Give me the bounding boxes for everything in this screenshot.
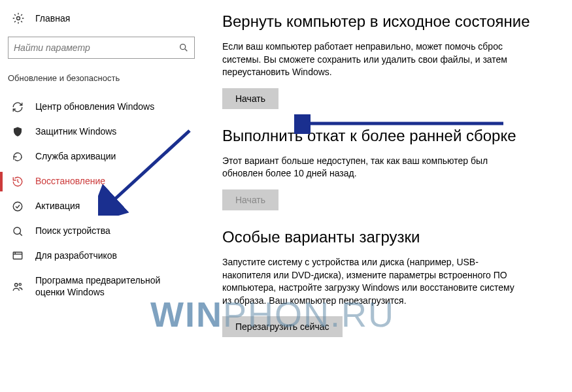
sidebar-item-update[interactable]: Центр обновления Windows bbox=[0, 95, 203, 120]
section-reset: Вернуть компьютер в исходное состояние Е… bbox=[222, 12, 556, 109]
sidebar-item-find-device[interactable]: Поиск устройства bbox=[0, 219, 203, 244]
svg-rect-6 bbox=[13, 252, 22, 259]
home-link[interactable]: Главная bbox=[0, 8, 203, 29]
category-label: Обновление и безопасность bbox=[0, 71, 203, 95]
home-label: Главная bbox=[35, 13, 70, 24]
sidebar-item-label: Поиск устройства bbox=[35, 225, 110, 237]
search-input[interactable] bbox=[14, 42, 178, 53]
reset-title: Вернуть компьютер в исходное состояние bbox=[222, 12, 556, 31]
search-box[interactable] bbox=[8, 37, 195, 59]
shield-icon bbox=[12, 126, 24, 138]
sync-icon bbox=[12, 101, 24, 113]
restart-now-button[interactable]: Перезагрузить сейчас bbox=[222, 316, 343, 337]
reset-button[interactable]: Начать bbox=[222, 88, 278, 109]
rollback-button: Начать bbox=[222, 189, 278, 210]
people-icon bbox=[12, 281, 24, 293]
sidebar-item-insider[interactable]: Программа предварительной оценки Windows bbox=[0, 269, 203, 304]
history-icon bbox=[12, 176, 24, 188]
svg-point-0 bbox=[17, 17, 20, 20]
sidebar-item-label: Активация bbox=[35, 201, 80, 212]
main-content: Вернуть компьютер в исходное состояние Е… bbox=[203, 0, 572, 392]
location-icon bbox=[12, 225, 24, 237]
sidebar-item-label: Защитник Windows bbox=[35, 126, 116, 138]
advanced-desc: Запустите систему с устройства или диска… bbox=[222, 256, 523, 307]
svg-point-9 bbox=[15, 283, 18, 286]
svg-point-4 bbox=[14, 227, 21, 235]
sidebar-item-defender[interactable]: Защитник Windows bbox=[0, 120, 203, 144]
code-icon bbox=[12, 250, 24, 262]
sidebar-item-label: Центр обновления Windows bbox=[35, 101, 154, 113]
sidebar-item-label: Для разработчиков bbox=[35, 250, 117, 262]
sidebar: Главная Обновление и безопасность Центр … bbox=[0, 0, 203, 392]
check-circle-icon bbox=[12, 201, 24, 212]
section-advanced-startup: Особые варианты загрузки Запустите систе… bbox=[222, 227, 556, 337]
rollback-title: Выполнить откат к более ранней сборке bbox=[222, 126, 556, 146]
sidebar-item-backup[interactable]: Служба архивации bbox=[0, 144, 203, 169]
rollback-desc: Этот вариант больше недоступен, так как … bbox=[222, 155, 523, 180]
advanced-title: Особые варианты загрузки bbox=[222, 227, 556, 247]
svg-line-2 bbox=[185, 49, 187, 51]
svg-point-3 bbox=[13, 202, 22, 211]
svg-point-10 bbox=[19, 283, 21, 285]
svg-point-1 bbox=[180, 44, 186, 50]
sidebar-item-activation[interactable]: Активация bbox=[0, 194, 203, 219]
gear-icon bbox=[12, 12, 25, 25]
svg-line-5 bbox=[20, 233, 22, 236]
search-icon bbox=[178, 42, 189, 53]
section-rollback: Выполнить откат к более ранней сборке Эт… bbox=[222, 126, 556, 210]
reset-desc: Если ваш компьютер работает неправильно,… bbox=[222, 41, 523, 79]
sidebar-item-label: Восстановление bbox=[35, 176, 105, 188]
backup-icon bbox=[12, 151, 24, 163]
sidebar-item-recovery[interactable]: Восстановление bbox=[0, 169, 203, 194]
sidebar-item-label: Служба архивации bbox=[35, 151, 116, 163]
sidebar-item-developers[interactable]: Для разработчиков bbox=[0, 244, 203, 269]
sidebar-item-label: Программа предварительной оценки Windows bbox=[35, 275, 191, 298]
